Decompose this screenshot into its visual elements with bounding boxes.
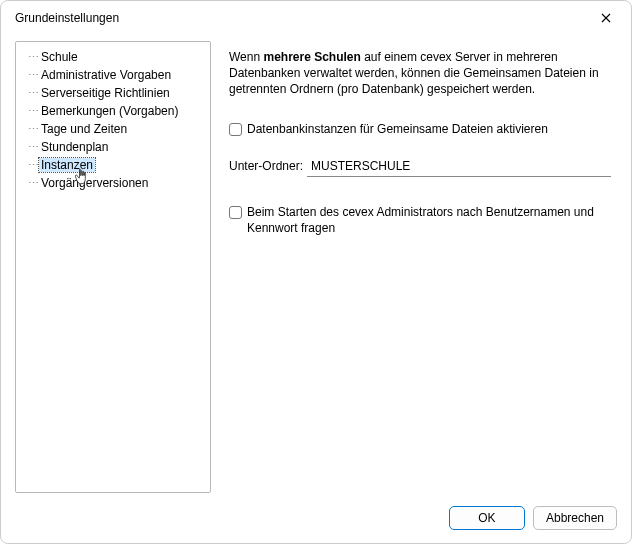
tree-item-server-richtlinien[interactable]: ⋯Serverseitige Richtlinien [20, 84, 206, 102]
tree-item-schule[interactable]: ⋯Schule [20, 48, 206, 66]
checkbox-row-db-instances[interactable]: Datenbankinstanzen für Gemeinsame Dateie… [229, 122, 611, 138]
tree-item-stundenplan[interactable]: ⋯Stundenplan [20, 138, 206, 156]
close-button[interactable] [591, 5, 621, 31]
subfolder-row: Unter-Ordner: [229, 155, 611, 177]
dialog-window: Grundeinstellungen ⋯Schule ⋯Administrati… [0, 0, 632, 544]
checkbox-row-login-prompt[interactable]: Beim Starten des cevex Administrators na… [229, 205, 611, 236]
checkbox-db-instances-label: Datenbankinstanzen für Gemeinsame Dateie… [247, 122, 548, 138]
description-text: Wenn mehrere Schulen auf einem cevex Ser… [229, 49, 611, 98]
checkbox-login-prompt-label: Beim Starten des cevex Administrators na… [247, 205, 611, 236]
tree-item-vorgaengerversionen[interactable]: ⋯Vorgängerversionen [20, 174, 206, 192]
checkbox-login-prompt[interactable] [229, 206, 242, 219]
content-panel: Wenn mehrere Schulen auf einem cevex Ser… [229, 41, 617, 493]
settings-tree[interactable]: ⋯Schule ⋯Administrative Vorgaben ⋯Server… [15, 41, 211, 493]
window-title: Grundeinstellungen [15, 11, 591, 25]
tree-item-tage-zeiten[interactable]: ⋯Tage und Zeiten [20, 120, 206, 138]
subfolder-label: Unter-Ordner: [229, 159, 307, 173]
close-icon [601, 13, 611, 23]
dialog-footer: OK Abbrechen [1, 493, 631, 543]
cancel-button[interactable]: Abbrechen [533, 506, 617, 530]
tree-item-instanzen[interactable]: ⋯Instanzen [20, 156, 206, 174]
subfolder-input[interactable] [307, 155, 611, 177]
tree-item-admin-vorgaben[interactable]: ⋯Administrative Vorgaben [20, 66, 206, 84]
dialog-body: ⋯Schule ⋯Administrative Vorgaben ⋯Server… [1, 35, 631, 493]
ok-button[interactable]: OK [449, 506, 525, 530]
titlebar: Grundeinstellungen [1, 1, 631, 35]
checkbox-db-instances[interactable] [229, 123, 242, 136]
tree-item-bemerkungen[interactable]: ⋯Bemerkungen (Vorgaben) [20, 102, 206, 120]
